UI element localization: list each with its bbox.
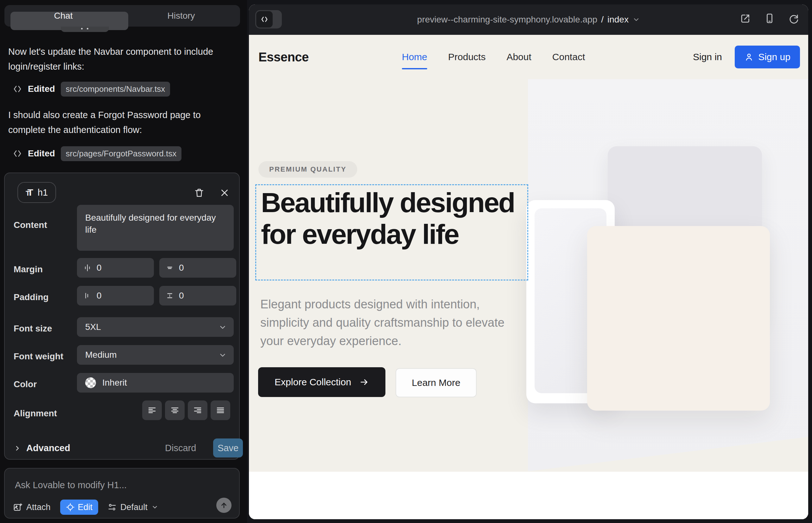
site-preview: Essence Home Products About Contact Sign… bbox=[249, 35, 808, 519]
target-icon bbox=[66, 503, 75, 511]
font-weight-label: Font weight bbox=[14, 351, 63, 362]
user-icon bbox=[744, 52, 754, 62]
nav-link-contact[interactable]: Contact bbox=[552, 52, 585, 62]
padding-label: Padding bbox=[14, 292, 49, 302]
browser-toolbar: preview--charming-site-symphony.lovable.… bbox=[249, 4, 808, 35]
preview-browser-window: preview--charming-site-symphony.lovable.… bbox=[249, 4, 808, 519]
font-size-label: Font size bbox=[14, 324, 52, 334]
chat-composer[interactable]: Ask Lovable to modify H1... Attach Edit … bbox=[4, 468, 240, 519]
site-logo[interactable]: Essence bbox=[259, 50, 309, 64]
delete-element-button[interactable] bbox=[192, 186, 206, 200]
collapsed-message-pill[interactable] bbox=[61, 26, 109, 32]
attach-button[interactable]: Attach bbox=[13, 502, 51, 512]
content-input[interactable]: Beautifully designed for everyday life bbox=[77, 205, 234, 251]
default-label: Default bbox=[120, 502, 147, 512]
margin-x-icon bbox=[83, 264, 91, 272]
url-bar[interactable]: preview--charming-site-symphony.lovable.… bbox=[249, 4, 808, 35]
open-external-icon[interactable] bbox=[740, 13, 751, 24]
align-center-button[interactable] bbox=[165, 400, 184, 420]
margin-x-input[interactable]: 0 bbox=[77, 258, 154, 278]
chevron-right-icon bbox=[14, 445, 21, 452]
sliders-icon bbox=[108, 503, 117, 511]
code-icon bbox=[13, 149, 22, 158]
chevron-down-icon bbox=[218, 351, 227, 359]
nav-link-about[interactable]: About bbox=[506, 52, 531, 62]
refresh-icon[interactable] bbox=[788, 13, 799, 24]
learn-more-button[interactable]: Learn More bbox=[395, 368, 477, 397]
explore-collection-label: Explore Collection bbox=[275, 377, 351, 387]
site-navbar: Essence Home Products About Contact Sign… bbox=[249, 35, 808, 79]
chat-sidebar: Chat History Now let's update the Navbar… bbox=[0, 0, 247, 523]
sign-up-button[interactable]: Sign up bbox=[735, 46, 800, 68]
align-right-button[interactable] bbox=[188, 400, 208, 420]
margin-label: Margin bbox=[14, 264, 43, 274]
selected-element-tag: TT h1 bbox=[17, 182, 56, 203]
element-editor-panel: TT h1 Content Beautifully designed for e… bbox=[4, 173, 240, 460]
color-select[interactable]: Inherit bbox=[77, 373, 234, 393]
send-button[interactable] bbox=[216, 498, 231, 513]
close-panel-button[interactable] bbox=[217, 186, 231, 200]
decorative-card-beige bbox=[587, 226, 770, 411]
chevron-down-icon bbox=[152, 504, 158, 511]
chevron-down-icon[interactable] bbox=[632, 16, 640, 23]
font-size-select[interactable]: 5XL bbox=[77, 317, 234, 337]
mobile-view-icon[interactable] bbox=[764, 13, 775, 24]
edit-mode-button[interactable]: Edit bbox=[60, 500, 99, 515]
hero-paragraph[interactable]: Elegant products designed with intention… bbox=[260, 295, 526, 350]
edited-file-row[interactable]: Edited src/components/Navbar.tsx bbox=[13, 82, 170, 96]
url-page: index bbox=[607, 15, 629, 25]
padding-y-input[interactable]: 0 bbox=[159, 286, 236, 306]
font-weight-value: Medium bbox=[85, 350, 117, 360]
margin-y-input[interactable]: 0 bbox=[159, 258, 236, 278]
save-button[interactable]: Save bbox=[213, 438, 243, 457]
margin-y-icon bbox=[166, 264, 174, 272]
nav-link-home[interactable]: Home bbox=[402, 52, 427, 62]
hero-section: PREMIUM QUALITY Beautifully designed for… bbox=[249, 79, 808, 472]
edited-label: Edited bbox=[28, 148, 55, 159]
padding-x-icon bbox=[83, 292, 91, 300]
nav-link-products[interactable]: Products bbox=[448, 52, 486, 62]
element-tag-label: h1 bbox=[38, 187, 48, 198]
margin-y-value: 0 bbox=[179, 263, 184, 273]
advanced-toggle[interactable]: Advanced bbox=[14, 443, 70, 453]
margin-x-value: 0 bbox=[96, 263, 102, 273]
font-weight-select[interactable]: Medium bbox=[77, 345, 234, 365]
chat-message: I should also create a Forgot Password p… bbox=[8, 108, 232, 138]
code-view-toggle[interactable] bbox=[255, 10, 282, 29]
attach-image-icon bbox=[13, 502, 22, 512]
code-icon bbox=[256, 11, 273, 28]
composer-input[interactable]: Ask Lovable to modify H1... bbox=[15, 480, 127, 490]
hero-heading[interactable]: Beautifully designed for everyday life bbox=[261, 187, 527, 250]
arrow-right-icon bbox=[359, 377, 369, 387]
padding-x-value: 0 bbox=[96, 291, 102, 301]
advanced-label: Advanced bbox=[26, 443, 70, 453]
content-label: Content bbox=[14, 220, 47, 230]
tab-history[interactable]: History bbox=[122, 11, 240, 21]
explore-collection-button[interactable]: Explore Collection bbox=[258, 367, 385, 397]
align-justify-button[interactable] bbox=[211, 400, 230, 420]
url-domain: preview--charming-site-symphony.lovable.… bbox=[417, 15, 597, 25]
code-icon bbox=[13, 84, 22, 94]
model-default-dropdown[interactable]: Default bbox=[108, 502, 158, 512]
alignment-label: Alignment bbox=[14, 409, 57, 418]
align-left-button[interactable] bbox=[142, 400, 162, 420]
edited-file-pill[interactable]: src/components/Navbar.tsx bbox=[61, 82, 170, 96]
page-lower-section bbox=[249, 472, 808, 519]
font-size-value: 5XL bbox=[85, 322, 101, 332]
url-separator: / bbox=[601, 15, 604, 25]
tab-chat[interactable]: Chat bbox=[4, 11, 122, 21]
chat-message: Now let's update the Navbar component to… bbox=[8, 44, 232, 74]
discard-button[interactable]: Discard bbox=[165, 443, 196, 453]
padding-x-input[interactable]: 0 bbox=[77, 286, 154, 306]
color-swatch bbox=[85, 377, 96, 388]
sign-in-link[interactable]: Sign in bbox=[693, 52, 722, 62]
edited-label: Edited bbox=[28, 84, 55, 94]
edited-file-row[interactable]: Edited src/pages/ForgotPassword.tsx bbox=[13, 146, 181, 161]
text-size-icon: TT bbox=[26, 187, 33, 198]
chevron-down-icon bbox=[218, 323, 227, 331]
sidebar-tabs: Chat History bbox=[4, 5, 240, 26]
edited-file-pill[interactable]: src/pages/ForgotPassword.tsx bbox=[61, 146, 182, 161]
color-value: Inherit bbox=[102, 378, 127, 388]
sign-up-label: Sign up bbox=[758, 52, 791, 62]
padding-y-icon bbox=[166, 292, 174, 300]
